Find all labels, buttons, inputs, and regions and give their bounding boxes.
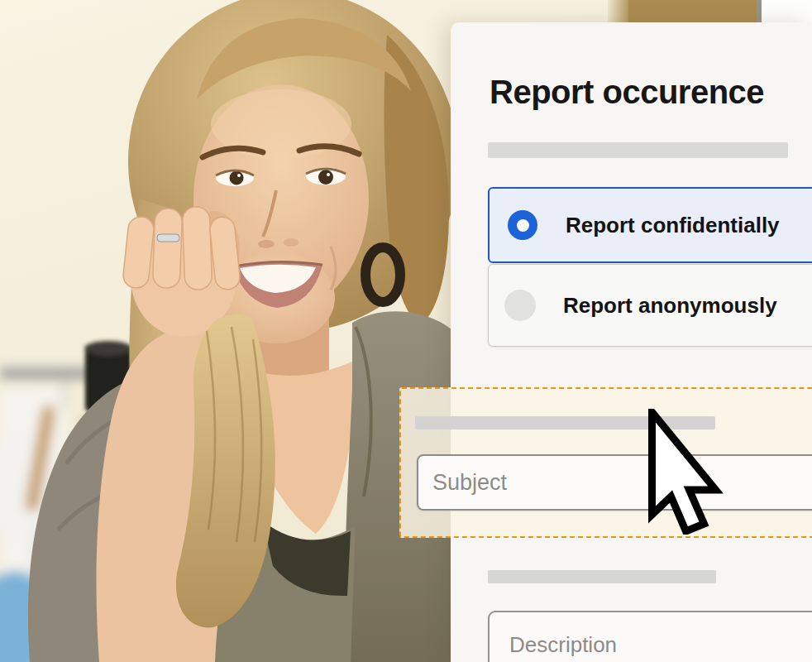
skeleton-label-bar [488, 142, 788, 158]
wood-beam [608, 0, 812, 25]
subject-highlight-zone [399, 387, 812, 538]
radio-unselected-icon[interactable] [504, 290, 536, 321]
skeleton-description-label-bar [488, 570, 716, 583]
ring [157, 234, 179, 242]
report-form-panel: Report occurence Report confidentially R… [451, 22, 812, 662]
form-title: Report occurence [490, 74, 764, 111]
option-label: Report anonymously [563, 293, 777, 319]
option-label: Report confidentially [566, 213, 780, 238]
description-input[interactable] [488, 611, 812, 662]
option-report-anonymously[interactable]: Report anonymously [488, 264, 812, 347]
skeleton-subject-label-bar [415, 416, 715, 429]
radio-dot [517, 219, 529, 232]
subject-input[interactable] [417, 454, 812, 511]
option-report-confidentially[interactable]: Report confidentially [488, 187, 812, 263]
screenshot-stage: Report occurence Report confidentially R… [0, 0, 812, 662]
radio-selected-icon[interactable] [508, 210, 537, 240]
